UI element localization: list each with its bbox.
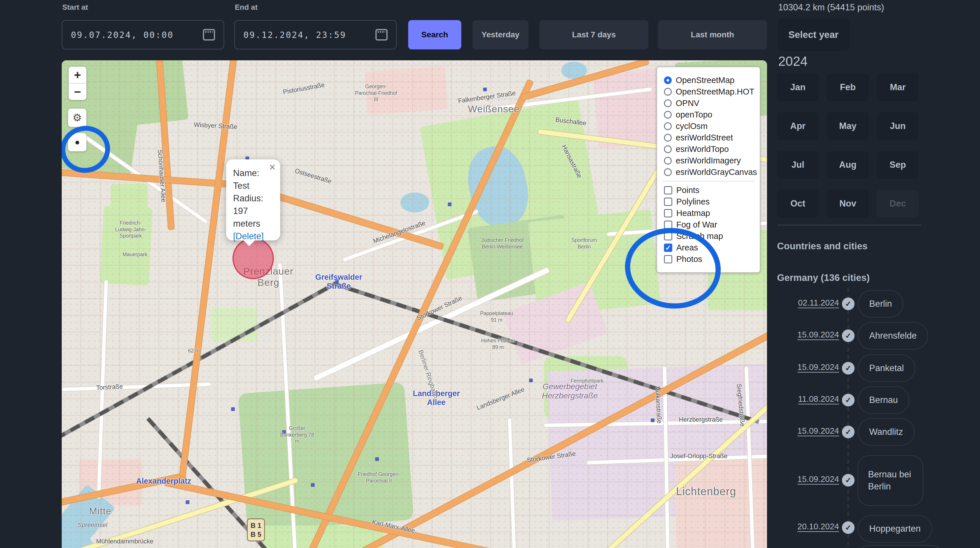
layers-separator (662, 181, 755, 182)
month-button-nov[interactable]: Nov (827, 190, 869, 217)
visit-date-link[interactable]: 15.09.2024 (776, 362, 839, 372)
month-button-oct[interactable]: Oct (777, 190, 819, 217)
base-layer-option-esriworldtopo[interactable]: esriWorldTopo (664, 145, 753, 154)
radio-icon[interactable] (664, 134, 672, 142)
map-canvas[interactable]: Pistoriusstraße Georgen-Parochial-Friedh… (62, 60, 767, 548)
last-7-days-button[interactable]: Last 7 days (539, 20, 649, 49)
radio-icon[interactable] (664, 88, 672, 96)
base-layer-label: esriWorldStreet (676, 133, 733, 142)
base-layer-option-opentopo[interactable]: openTopo (664, 110, 753, 119)
base-layer-label: esriWorldGrayCanvas (676, 167, 757, 177)
city-pill-ahrensfelde[interactable]: Ahrensfelde (858, 322, 928, 349)
checkbox-checked-icon[interactable]: ✓ (664, 244, 672, 252)
zoom-out-button[interactable]: − (68, 84, 86, 100)
checkbox-icon[interactable] (664, 186, 672, 194)
base-layer-option-cyclosm[interactable]: cyclOsm (664, 121, 753, 131)
checkbox-icon[interactable] (664, 232, 672, 241)
radio-icon[interactable] (664, 145, 672, 153)
month-button-aug[interactable]: Aug (827, 151, 869, 178)
radio-icon[interactable] (664, 111, 672, 119)
visit-date-link[interactable]: 11.08.2024 (776, 394, 839, 404)
check-icon: ✓ (842, 474, 854, 486)
month-button-jul[interactable]: Jul (777, 151, 819, 178)
calendar-icon[interactable] (375, 29, 388, 40)
transit-stop-marker (375, 457, 379, 461)
radio-icon[interactable] (664, 99, 672, 107)
radio-icon[interactable] (664, 157, 672, 164)
check-icon: ✓ (842, 362, 854, 374)
base-layer-option-openstreetmap[interactable]: OpenStreetMap (664, 75, 753, 85)
map-label-spreeinsel: Spreeinsel (78, 521, 107, 529)
close-icon[interactable]: × (269, 162, 275, 173)
overlay-checkbox-photos[interactable]: Photos (664, 255, 753, 264)
checkbox-icon[interactable] (664, 198, 672, 206)
month-button-apr[interactable]: Apr (777, 112, 819, 140)
base-layer-option-openstreetmap-hot[interactable]: OpenStreetMap.HOT (664, 87, 753, 97)
city-pill-panketal[interactable]: Panketal (858, 354, 915, 382)
month-button-jan[interactable]: Jan (777, 73, 819, 101)
check-icon: ✓ (842, 425, 854, 438)
popup-tail (243, 240, 256, 246)
radio-icon[interactable] (664, 168, 672, 176)
settings-button[interactable]: ⚙ (68, 108, 86, 127)
radio-icon[interactable] (664, 123, 672, 130)
check-icon: ✓ (842, 521, 854, 534)
check-icon: ✓ (842, 330, 854, 342)
distance-summary: 10304.2 km (54415 points) (778, 2, 884, 13)
overlay-checkbox-polylines[interactable]: Polylines (664, 197, 753, 207)
overlay-checkbox-fog-of-war[interactable]: Fog of War (664, 220, 753, 229)
locate-button[interactable]: ● (68, 133, 86, 151)
overlay-checkbox-scratch-map[interactable]: Scratch map (664, 231, 753, 241)
visit-date-link[interactable]: 20.10.2024 (776, 522, 839, 531)
checkbox-icon[interactable] (664, 209, 672, 217)
city-pill-hoppegarten[interactable]: Hoppegarten (858, 515, 932, 543)
city-pill-bernau-bei-berlin[interactable]: Bernau bei Berlin (858, 455, 923, 506)
month-button-mar[interactable]: Mar (877, 73, 919, 101)
gear-icon: ⚙ (73, 112, 82, 124)
base-layer-label: OpenStreetMap (676, 75, 735, 85)
last-month-button[interactable]: Last month (658, 20, 767, 49)
month-button-may[interactable]: May (827, 112, 869, 140)
end-date-input[interactable]: 09.12.2024, 23:59 (234, 20, 397, 49)
base-layer-option-esriworldstreet[interactable]: esriWorldStreet (664, 133, 753, 142)
yesterday-button[interactable]: Yesterday (473, 20, 528, 49)
checkbox-icon[interactable] (664, 255, 672, 263)
month-button-jun[interactable]: Jun (877, 112, 919, 140)
calendar-icon[interactable] (203, 29, 215, 40)
select-year-button[interactable]: Select year (777, 18, 850, 51)
start-date-input[interactable]: 09.07.2024, 00:00 (62, 20, 224, 49)
zoom-in-button[interactable]: + (68, 67, 86, 84)
countries-heading: Countries and cities (777, 241, 867, 252)
overlay-label: Areas (676, 243, 698, 252)
base-layer-option-esriworldgraycanvas[interactable]: esriWorldGrayCanvas (664, 167, 753, 177)
overlay-label: Heatmap (676, 209, 710, 218)
overlay-checkbox-heatmap[interactable]: Heatmap (664, 209, 753, 218)
map-label: Torstraße (96, 383, 123, 392)
overlay-checkbox-points[interactable]: Points (664, 186, 753, 195)
layers-panel: OpenStreetMap OpenStreetMap.HOT OPNV ope… (657, 67, 760, 273)
map-label: Georgen-Parochial-Friedhof III (355, 83, 398, 103)
map-label: Pappelplateau 91 m (478, 310, 515, 323)
map-label-mitte: Mitte (89, 505, 112, 517)
areas-overlay-checkbox[interactable]: ✓ Areas (664, 243, 753, 252)
year-heading: 2024 (778, 53, 808, 69)
month-button-sep[interactable]: Sep (877, 151, 919, 178)
visit-date-link[interactable]: 02.11.2024 (776, 298, 839, 307)
city-pill-bernau[interactable]: Bernau (858, 386, 909, 414)
radio-selected-icon[interactable] (664, 76, 672, 84)
base-layer-label: openTopo (676, 110, 712, 119)
visit-date-link[interactable]: 15.09.2024 (776, 330, 839, 339)
popup-radius-label: Radius: (233, 192, 264, 205)
end-at-label: End at (235, 3, 258, 12)
checkbox-icon[interactable] (664, 221, 672, 229)
city-pill-berlin[interactable]: Berlin (858, 290, 904, 318)
visit-date-link[interactable]: 15.09.2024 (776, 475, 839, 484)
search-button[interactable]: Search (408, 20, 461, 49)
base-layer-option-esriworldimagery[interactable]: esriWorldImagery (664, 156, 753, 166)
map-label: Jüdischer Friedhof Berlin-Weißensee (478, 237, 527, 250)
base-layer-option-opnv[interactable]: OPNV (664, 99, 753, 108)
city-pill-wandlitz[interactable]: Wandlitz (858, 418, 915, 446)
visit-date-link[interactable]: 15.09.2024 (776, 426, 839, 436)
month-button-feb[interactable]: Feb (827, 73, 869, 101)
map-label: Sportforum Berlin (567, 237, 601, 250)
